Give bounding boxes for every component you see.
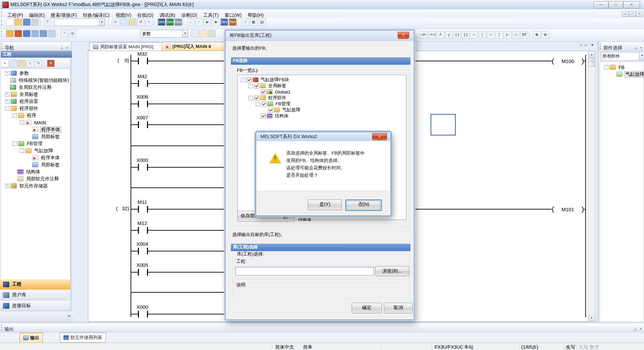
tree-item-15[interactable]: 局部软元件注释 [1, 175, 70, 182]
sidebar-item-connection-destination[interactable]: 连接目标 [0, 300, 70, 311]
editor-vertical-scrollbar[interactable]: ▲ ▼ [588, 51, 595, 322]
checked-checkbox[interactable] [247, 77, 252, 82]
device-comment-icon[interactable]: Dev [158, 18, 165, 26]
expand-icon[interactable]: + [5, 92, 9, 97]
message-box-close-icon[interactable]: × [372, 133, 387, 140]
property-icon[interactable]: i [26, 60, 34, 67]
minimize-button[interactable]: — [594, 1, 608, 8]
checked-checkbox[interactable] [268, 108, 273, 113]
collapse-icon[interactable]: - [604, 65, 608, 69]
zoom-in-icon[interactable]: ⊕ [533, 31, 541, 39]
tree-item-1[interactable]: 特殊模块(智能功能模块) [1, 77, 70, 84]
pulse-contact-icon[interactable]: |↑ [504, 31, 511, 39]
dialog-title-bar[interactable]: 将FB输出至库(工程) [226, 31, 414, 41]
pin-icon[interactable]: ⊥ [633, 325, 638, 333]
close-panel-icon[interactable]: × [638, 325, 643, 333]
open-project-icon[interactable] [14, 18, 22, 26]
new-data-icon[interactable]: + [1, 60, 9, 67]
tab-scroll-left-icon[interactable]: ◁ [578, 43, 583, 48]
scroll-down-icon[interactable]: ▼ [589, 315, 595, 321]
collapse-icon[interactable]: - [5, 106, 9, 111]
collapse-icon[interactable]: - [241, 78, 245, 82]
checked-checkbox[interactable] [261, 114, 266, 119]
yes-button[interactable]: 是(Y) [308, 199, 342, 210]
close-button[interactable]: × [623, 1, 640, 8]
refresh-icon[interactable]: ↻ [35, 60, 42, 67]
combo-arrow-icon[interactable]: ▼ [639, 52, 644, 60]
open-contact-symbol[interactable] [138, 248, 148, 254]
maximize-button[interactable]: □ [608, 1, 623, 8]
read-from-plc-icon[interactable]: ↑ [195, 18, 203, 26]
mdi-minimize-button[interactable]: — [622, 11, 629, 17]
tree-item-12[interactable]: 程序本体 [1, 154, 70, 161]
copy-icon[interactable] [120, 18, 128, 26]
cut-icon[interactable]: ✂ [112, 18, 119, 26]
fb-tree-item-4[interactable]: -FB管理 [239, 101, 406, 107]
tree-item-16[interactable]: +软元件存储器 [1, 182, 70, 189]
scroll-up-icon[interactable]: ▲ [589, 51, 595, 58]
combo-arrow-icon[interactable]: ▼ [99, 19, 105, 26]
tree-item-8[interactable]: 程序本体 [1, 126, 70, 133]
tree-item-9[interactable]: 局部标签 [1, 133, 70, 140]
settings-gear-icon[interactable]: * [60, 30, 68, 37]
mdi-restore-button[interactable]: □ [629, 11, 636, 17]
expand-icon[interactable]: + [5, 184, 9, 188]
monitor-stop-icon[interactable]: ■ [212, 18, 220, 26]
coil-icon[interactable]: ( ) [453, 31, 461, 39]
fb-tree-item-2[interactable]: Global1 [239, 89, 406, 95]
tree-item-2[interactable]: 全局软元件注释 [1, 84, 70, 91]
open-contact-symbol[interactable] [138, 121, 148, 128]
open-contact-symbol[interactable] [138, 101, 148, 107]
output-coil[interactable]: (M100) [552, 57, 584, 65]
delete-vertical-line-icon[interactable]: ╎ [495, 31, 503, 39]
close-branch-icon[interactable]: ┬ [445, 31, 453, 39]
checked-checkbox[interactable] [261, 102, 266, 107]
device-register-monitor-icon[interactable]: Dev [229, 18, 237, 26]
collapse-icon[interactable]: - [12, 141, 17, 146]
sidebar-chevron[interactable]: » [0, 311, 74, 322]
selection-rectangle[interactable] [431, 114, 456, 135]
print-icon[interactable] [31, 18, 39, 26]
open-contact-symbol[interactable] [138, 206, 148, 213]
open-contact-icon[interactable]: ⊣⊢ [420, 31, 428, 39]
collapse-icon[interactable]: - [20, 120, 24, 125]
tree-item-3[interactable]: +全局标签 [1, 91, 70, 98]
delete-horizontal-line-icon[interactable]: ╌ [487, 31, 495, 39]
collapse-icon[interactable]: - [256, 102, 260, 106]
open-contact-symbol[interactable] [138, 164, 148, 171]
copy-data-icon[interactable] [9, 60, 17, 67]
message-box-title-bar[interactable]: MELSOFT系列 GX Works2 [256, 132, 391, 141]
write-to-plc-icon[interactable]: ↓ [187, 18, 195, 26]
navigation-window-icon[interactable] [6, 30, 14, 37]
tab-device-use-list[interactable]: 软元件使用列表 [60, 333, 106, 343]
fb-tree-item-0[interactable]: -气缸故障FB块 [239, 77, 406, 83]
checked-checkbox[interactable] [254, 96, 259, 101]
parts-filter-combo[interactable]: 所有部件 ▼ [601, 52, 644, 61]
expand-icon[interactable]: + [5, 99, 9, 104]
save-project-icon[interactable] [23, 18, 31, 26]
function-block-icon[interactable]: □ [512, 31, 520, 39]
expand-icon[interactable]: + [5, 71, 9, 75]
paste-icon[interactable] [129, 18, 136, 26]
fb-tree-item-6[interactable]: 结构体 [239, 113, 406, 119]
tab-local-label-main[interactable]: 局部标签设置 MAIN [PRG] [89, 42, 168, 51]
device-monitor-icon[interactable]: Dev [166, 18, 174, 26]
close-panel-icon[interactable]: × [639, 44, 643, 52]
project-path-input[interactable] [235, 267, 374, 276]
find-icon[interactable]: ◎ [69, 30, 77, 37]
device-batch-monitor-icon[interactable]: Dev [220, 18, 228, 26]
pin-icon[interactable]: ⊥ [634, 44, 638, 52]
tree-item-0[interactable]: -FB [600, 64, 644, 71]
tab-menu-icon[interactable]: ▼ [590, 43, 595, 48]
tree-item-0[interactable]: +参数 [1, 70, 70, 77]
tree-item-14[interactable]: 结构体 [1, 168, 70, 175]
device-list-window-icon[interactable] [40, 30, 47, 37]
no-button[interactable]: 否(N) [345, 199, 382, 211]
collapse-icon[interactable]: - [248, 84, 253, 88]
fb-tree-item-1[interactable]: -全局标签 [239, 83, 406, 89]
tree-item-6[interactable]: -程序 [1, 112, 70, 119]
sidebar-item-project[interactable]: 工程 [0, 279, 70, 290]
note-icon[interactable] [199, 30, 207, 37]
undo-icon[interactable]: ↺ [137, 18, 145, 26]
device-test-icon[interactable]: Dev [175, 18, 182, 26]
